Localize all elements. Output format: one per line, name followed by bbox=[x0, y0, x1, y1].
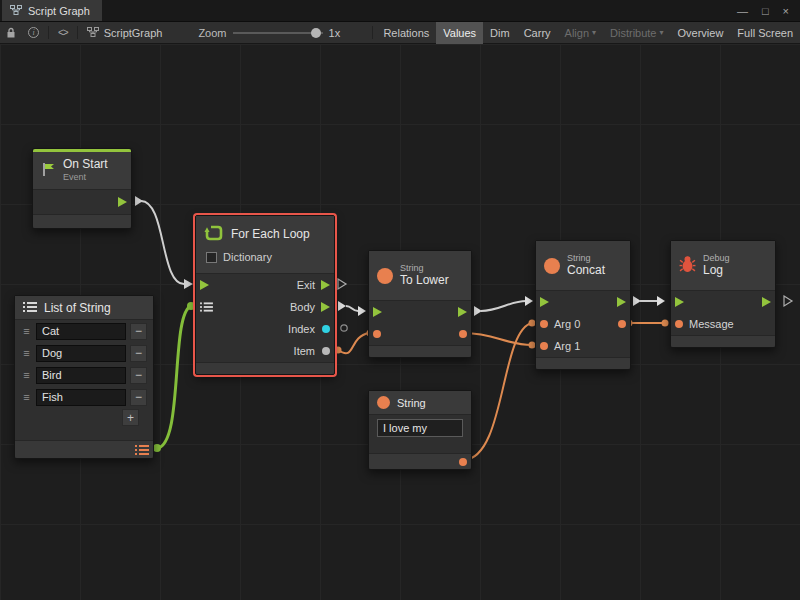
unconnected-flow-marker bbox=[338, 279, 346, 289]
minimize-button[interactable]: — bbox=[730, 5, 755, 17]
remove-item-button[interactable]: − bbox=[130, 389, 147, 406]
node-header: Debug Log bbox=[671, 241, 775, 291]
body-output-port[interactable] bbox=[321, 302, 330, 312]
node-for-each-loop[interactable]: For Each Loop Dictionary Exit Body Index… bbox=[195, 215, 335, 375]
wire-item-to-tolower[interactable] bbox=[338, 333, 369, 353]
node-footer bbox=[196, 362, 334, 374]
wire-tolower-to-concat[interactable] bbox=[481, 301, 526, 311]
port-row: Arg 1 bbox=[536, 335, 630, 357]
wire-tolower-result-to-arg1[interactable] bbox=[464, 333, 532, 345]
item-output-port[interactable] bbox=[322, 347, 330, 355]
list-item-input[interactable] bbox=[36, 389, 126, 406]
maximize-button[interactable]: □ bbox=[755, 5, 776, 17]
port-row: Body bbox=[196, 296, 334, 318]
flow-input-port[interactable] bbox=[540, 297, 549, 307]
code-icon[interactable]: <> bbox=[52, 22, 74, 44]
arg0-input-port[interactable] bbox=[540, 320, 548, 328]
drag-handle-icon[interactable]: ≡ bbox=[21, 369, 32, 381]
wire-arrowhead bbox=[525, 296, 533, 306]
list-item-input[interactable] bbox=[36, 323, 126, 340]
node-debug-log[interactable]: Debug Log Message bbox=[670, 240, 776, 348]
wire-onstart-to-foreach[interactable] bbox=[141, 201, 184, 284]
string-output-port[interactable] bbox=[459, 458, 467, 466]
dictionary-checkbox[interactable] bbox=[206, 252, 217, 263]
add-item-button[interactable]: + bbox=[122, 409, 139, 426]
toolbar-button-overview[interactable]: Overview bbox=[671, 22, 731, 44]
toolbar-button-distribute[interactable]: Distribute ▾ bbox=[603, 22, 670, 44]
node-header: String bbox=[369, 391, 471, 415]
port-row bbox=[33, 190, 131, 214]
flow-output-port[interactable] bbox=[762, 297, 771, 307]
zoom-slider-handle[interactable] bbox=[311, 28, 321, 38]
toolbar-button-dim[interactable]: Dim bbox=[483, 22, 517, 44]
graph-asset-name: ScriptGraph bbox=[104, 27, 163, 39]
node-string-literal[interactable]: String bbox=[368, 390, 472, 470]
remove-item-button[interactable]: − bbox=[130, 367, 147, 384]
exit-output-port[interactable] bbox=[321, 280, 330, 290]
tab-script-graph[interactable]: Script Graph bbox=[2, 0, 102, 21]
drag-handle-icon[interactable]: ≡ bbox=[21, 325, 32, 337]
toolbar-button-align[interactable]: Align ▾ bbox=[558, 22, 603, 44]
flag-icon bbox=[41, 162, 56, 179]
node-footer bbox=[536, 357, 630, 369]
toolbar-button-values[interactable]: Values bbox=[436, 22, 483, 44]
wire-literal-to-arg0[interactable] bbox=[464, 323, 532, 460]
node-on-start[interactable]: On Start Event bbox=[32, 148, 132, 229]
toolbar-button-carry[interactable]: Carry bbox=[517, 22, 558, 44]
list-input-port[interactable] bbox=[200, 302, 213, 313]
flow-input-port[interactable] bbox=[675, 297, 684, 307]
string-input-port[interactable] bbox=[373, 330, 381, 338]
remove-item-button[interactable]: − bbox=[130, 345, 147, 362]
result-output-port[interactable] bbox=[618, 320, 626, 328]
toolbar-separator bbox=[372, 26, 373, 39]
flow-input-port[interactable] bbox=[200, 280, 209, 290]
flow-output-port[interactable] bbox=[617, 297, 626, 307]
port-label: Body bbox=[290, 301, 315, 313]
node-subtitle: Event bbox=[63, 172, 108, 182]
port-row bbox=[536, 291, 630, 313]
toolbar-button-fullscreen[interactable]: Full Screen bbox=[730, 22, 800, 44]
flow-output-port[interactable] bbox=[458, 307, 467, 317]
graph-canvas[interactable]: On Start Event List of String ≡ − ≡ − ≡ bbox=[0, 44, 800, 600]
remove-item-button[interactable]: − bbox=[130, 323, 147, 340]
flow-input-port[interactable] bbox=[373, 307, 382, 317]
trigger-output-port[interactable] bbox=[118, 197, 127, 207]
wire-arrowhead bbox=[474, 306, 482, 316]
node-concat[interactable]: String Concat Arg 0 Arg 1 bbox=[535, 240, 631, 370]
port-row bbox=[671, 291, 775, 313]
wire-list-to-foreach[interactable] bbox=[157, 306, 191, 448]
bug-icon bbox=[679, 256, 696, 275]
lock-icon[interactable] bbox=[0, 22, 22, 44]
index-output-port[interactable] bbox=[322, 325, 330, 333]
close-button[interactable]: × bbox=[776, 5, 796, 17]
result-output-port[interactable] bbox=[459, 330, 467, 338]
wire-body-to-tolower[interactable] bbox=[346, 306, 358, 311]
wire-endpoint bbox=[153, 444, 161, 452]
string-value-input[interactable] bbox=[377, 419, 463, 437]
window-tab-bar: Script Graph — □ × bbox=[0, 0, 800, 22]
node-footer bbox=[671, 335, 775, 347]
list-item-input[interactable] bbox=[36, 345, 126, 362]
arg1-input-port[interactable] bbox=[540, 342, 548, 350]
info-icon[interactable]: i bbox=[22, 22, 45, 44]
node-title: Log bbox=[703, 264, 730, 278]
list-item-row: ≡ − bbox=[15, 364, 153, 386]
zoom-slider[interactable] bbox=[233, 32, 323, 34]
message-input-port[interactable] bbox=[675, 320, 683, 328]
toolbar-button-relations[interactable]: Relations bbox=[376, 22, 436, 44]
list-item-row: ≡ − bbox=[15, 342, 153, 364]
list-output-port[interactable] bbox=[135, 444, 149, 456]
wire-arrowhead bbox=[184, 279, 193, 289]
port-row bbox=[369, 323, 471, 345]
node-to-lower[interactable]: String To Lower bbox=[368, 250, 472, 358]
node-list-of-string[interactable]: List of String ≡ − ≡ − ≡ − ≡ − + bbox=[14, 295, 154, 459]
port-row: Exit bbox=[196, 274, 334, 296]
list-item-input[interactable] bbox=[36, 367, 126, 384]
node-footer bbox=[369, 345, 471, 357]
list-item-row: ≡ − bbox=[15, 386, 153, 408]
drag-handle-icon[interactable]: ≡ bbox=[21, 391, 32, 403]
script-graph-asset[interactable]: ScriptGraph bbox=[81, 22, 169, 44]
string-circle-icon bbox=[377, 396, 390, 409]
drag-handle-icon[interactable]: ≡ bbox=[21, 347, 32, 359]
wire-endpoint bbox=[187, 302, 195, 310]
